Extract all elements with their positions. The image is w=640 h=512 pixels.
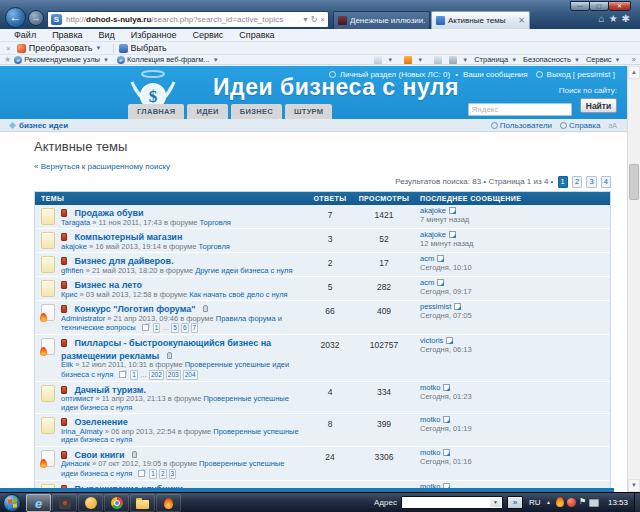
topic-page-link[interactable]: 6 [181,323,189,333]
last-post-author-link[interactable]: acm [420,278,434,287]
scroll-down-icon[interactable]: ▼ [628,479,640,492]
menu-item-help[interactable]: Справка [231,30,282,40]
goto-last-post-icon[interactable] [454,303,461,310]
menu-item-favorites[interactable]: Избранное [123,30,185,40]
topic-title-link[interactable]: Бизнес на лето [74,280,142,290]
goto-last-post-icon[interactable] [449,207,456,214]
address-toolbar-input[interactable]: ▼ [401,496,503,509]
logout-link[interactable]: Выход [ pessimist ] [547,70,615,79]
favorites-bar-star-icon[interactable]: ★ [4,55,11,64]
goto-last-post-icon[interactable] [446,337,453,344]
browser-action-icons[interactable]: ⌂★✱ [599,13,634,24]
topic-author-link[interactable]: Elik [61,360,73,369]
menu-item-view[interactable]: Вид [91,30,123,40]
menu-item-file[interactable]: Файл [6,30,44,40]
tray-app-icon[interactable] [567,498,576,507]
show-desktop-button[interactable] [634,493,640,512]
back-button[interactable]: ← [5,7,26,28]
topic-page-link[interactable]: 1 [149,469,157,479]
topic-page-link[interactable]: 2 [159,469,167,479]
taskbar-messenger-button[interactable] [78,494,103,512]
page-number-link[interactable]: 2 [572,176,582,188]
close-button[interactable]: ✕ [608,1,631,11]
action-center-flag-icon[interactable]: ⚑ [579,497,586,507]
topic-title-link[interactable]: Продажа обуви [74,208,143,218]
last-post-author-link[interactable]: pessimist [420,302,451,311]
breadcrumb-root-link[interactable]: бизнес идеи [19,121,68,130]
language-indicator[interactable]: RU [529,498,541,507]
convert-dropdown-icon[interactable]: ▼ [96,45,102,51]
tray-flame-icon[interactable] [556,497,564,507]
taskbar-explorer-button[interactable] [130,494,155,512]
topic-forum-link[interactable]: Торговля [199,242,230,251]
taskbar-chrome-button[interactable] [104,494,129,512]
scrollbar-thumb[interactable] [629,164,639,200]
select-button[interactable]: Выбрать [131,43,167,53]
search-input[interactable] [468,103,572,116]
favorites-item-recommended[interactable]: eРекомендуемые узлы ▼ [14,55,109,64]
topic-author-link[interactable]: Динасик [61,459,90,468]
toolbar-close-icon[interactable]: × [6,44,11,53]
safety-menu-button[interactable]: Безопасность [523,55,571,64]
menu-item-tools[interactable]: Сервис [184,30,231,40]
topic-title-link[interactable]: Конкурс "Логотип форума" [74,304,195,314]
users-link[interactable]: Пользователи [500,121,552,130]
network-icon[interactable] [589,499,599,507]
convert-button[interactable]: Преобразовать [29,43,93,53]
topic-title-link[interactable]: Компьютерный магазин [74,232,182,242]
rss-icon[interactable] [404,56,412,64]
goto-last-post-icon[interactable] [449,231,456,238]
tools-menu-button[interactable]: Сервис [586,55,612,64]
taskbar-opera-button[interactable] [156,494,181,512]
nav-tab-ideas[interactable]: ИДЕИ [187,104,227,119]
home-icon[interactable] [374,56,382,64]
topic-page-link[interactable]: 1 [153,323,161,333]
tray-expand-icon[interactable]: ▲ [546,499,551,505]
last-post-author-link[interactable]: acm [420,254,434,263]
mail-icon[interactable] [434,56,442,64]
maximize-button[interactable]: ▢ [589,1,609,11]
topic-page-link[interactable]: 5 [171,323,179,333]
address-bar[interactable]: S http://dohod-s-nulya.ru/search.php?sea… [47,11,329,28]
nav-tab-home[interactable]: ГЛАВНАЯ [128,104,184,119]
text-size-control[interactable]: aA [608,122,617,129]
chevron-down-icon[interactable]: ▼ [490,498,501,507]
refresh-icon[interactable]: ↻ [311,15,318,24]
go-button[interactable]: » [507,496,523,509]
browser-tab-active[interactable]: Активные темы ✕ [431,11,530,29]
goto-last-post-icon[interactable] [443,416,450,423]
vertical-scrollbar[interactable]: ▲ ▼ [627,66,640,492]
topic-forum-link[interactable]: Торговля [200,218,231,227]
topic-author-link[interactable]: Taragata [61,218,90,227]
last-post-author-link[interactable]: motko [420,415,440,424]
topic-title-link[interactable]: Бизнес для дайверов. [74,256,173,266]
goto-last-post-icon[interactable] [443,449,450,456]
nav-tab-shturm[interactable]: ШТУРМ [285,104,332,119]
last-post-author-link[interactable]: victoris [420,336,443,345]
last-post-author-link[interactable]: akajoke [420,230,446,239]
topic-page-link[interactable]: 1 [130,370,138,380]
topic-page-link[interactable]: 3 [169,469,177,479]
topic-page-link[interactable]: 204 [183,370,198,380]
page-number-link[interactable]: 4 [601,176,611,188]
topic-title-link[interactable]: Дачный туризм. [74,385,146,395]
browser-tab-inactive[interactable]: Денежные иллюзии... | Бегст... [333,11,430,29]
last-post-author-link[interactable]: motko [420,448,440,457]
taskbar-media-button[interactable] [52,494,77,512]
goto-last-post-icon[interactable] [437,279,444,286]
overflow-chevron-icon[interactable]: » [632,55,636,64]
menu-item-edit[interactable]: Правка [44,30,90,40]
goto-last-post-icon[interactable] [443,384,450,391]
personal-section-link[interactable]: Личный раздел (Новых ЛС: 0) [340,70,451,79]
topic-page-link[interactable]: 202 [149,370,164,380]
taskbar-ie-button[interactable]: e [26,494,51,512]
topic-page-link[interactable]: 7 [191,323,199,333]
topic-title-link[interactable]: Свои книги [74,450,124,460]
last-post-author-link[interactable]: akajoke [420,206,446,215]
topic-forum-link[interactable]: Как начать своё дело с нуля [189,290,287,299]
help-link[interactable]: Справка [569,121,600,130]
page-number-current[interactable]: 1 [558,176,568,188]
page-number-link[interactable]: 3 [586,176,596,188]
search-button[interactable]: Найти [580,98,617,113]
forward-button[interactable]: → [28,10,44,26]
